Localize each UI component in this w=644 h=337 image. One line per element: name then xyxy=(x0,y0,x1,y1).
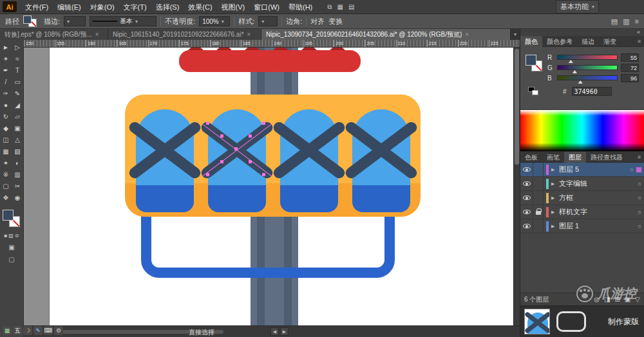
selection-tool[interactable]: ► xyxy=(0,41,12,53)
tab-stroke[interactable]: 描边 xyxy=(577,36,599,47)
seat-back[interactable] xyxy=(136,109,194,185)
lasso-tool[interactable]: ≈ xyxy=(12,53,23,64)
artboard-tool[interactable]: ▢ xyxy=(0,180,12,192)
arrange-documents-icon[interactable]: ▦ xyxy=(337,0,343,14)
visibility-toggle[interactable] xyxy=(520,205,533,219)
rectangle-tool[interactable]: ▭ xyxy=(12,76,23,87)
document-tab[interactable]: 转换].eps* @ 108% (RGB/预... × xyxy=(0,29,108,40)
menu-item[interactable]: 效果(C) xyxy=(184,0,216,14)
tab-pathfinder[interactable]: 路径查找器 xyxy=(586,152,627,163)
document-tab[interactable]: Nipic_10615140_20191021092322666676.ai* … xyxy=(108,29,261,40)
black-white-swatches[interactable] xyxy=(528,87,540,96)
locate-object-icon[interactable]: ◎ xyxy=(594,296,600,303)
magic-wand-tool[interactable]: ✶ xyxy=(0,53,12,64)
gradient-tool[interactable]: ▧ xyxy=(12,145,23,157)
selection-anchor[interactable] xyxy=(220,134,223,138)
layout-icon[interactable]: ▤ xyxy=(348,0,354,14)
menu-item[interactable]: 视图(V) xyxy=(217,0,250,14)
seat-frame[interactable] xyxy=(125,95,421,217)
slice-tool[interactable]: ✂ xyxy=(12,180,23,192)
type-tool[interactable]: T xyxy=(12,64,23,76)
canvas[interactable] xyxy=(24,48,520,325)
selection-anchor[interactable] xyxy=(249,160,252,163)
target-circle-icon[interactable]: ○ xyxy=(635,181,644,187)
document-tab-active[interactable]: Nipic_13090734_20190602164601432086.ai* … xyxy=(261,29,511,40)
lock-toggle[interactable] xyxy=(533,163,544,176)
pen-tool[interactable]: ✒ xyxy=(0,64,12,76)
ride-seat[interactable] xyxy=(280,109,338,212)
transform-button[interactable]: 变换 xyxy=(328,17,343,26)
lock-toggle[interactable] xyxy=(533,219,544,233)
seat-cushion[interactable] xyxy=(280,185,338,212)
screen-mode-icon[interactable]: ▢ xyxy=(0,256,23,263)
close-icon[interactable]: × xyxy=(465,31,469,38)
slider-thumb[interactable] xyxy=(573,70,577,73)
drawing-mode-icon[interactable]: ▣ xyxy=(0,244,23,251)
vertical-scrollbar[interactable] xyxy=(513,48,520,325)
tab-gradient[interactable]: 渐变 xyxy=(599,36,621,47)
layer-row[interactable]: ▶ 图层 5 ○ xyxy=(520,163,644,177)
menu-icon[interactable]: ≡ xyxy=(635,17,639,26)
width-tool[interactable]: ◆ xyxy=(0,122,12,134)
hex-value-field[interactable]: 374960 xyxy=(572,87,612,96)
new-sublayer-icon[interactable]: ⊞ xyxy=(614,296,620,303)
lock-toggle[interactable] xyxy=(533,205,544,219)
blend-tool[interactable]: ◐ xyxy=(12,157,23,168)
selection-anchor[interactable] xyxy=(262,122,265,125)
symbol-sprayer-tool[interactable]: ※ xyxy=(0,168,12,180)
hand-tool[interactable]: ✥ xyxy=(0,192,12,203)
disclosure-triangle-icon[interactable]: ▶ xyxy=(551,210,558,215)
seat-cushion[interactable] xyxy=(136,185,194,212)
close-icon[interactable]: × xyxy=(247,31,251,38)
menu-item[interactable]: 文字(T) xyxy=(119,0,151,14)
ime-pen-icon[interactable]: ✎ xyxy=(33,326,43,335)
target-circle-icon[interactable]: ○ xyxy=(635,195,644,201)
selection-anchor[interactable] xyxy=(206,122,209,125)
ime-grid-icon[interactable]: ▦ xyxy=(3,326,12,335)
tab-overflow-icon[interactable]: ▾ xyxy=(511,29,520,40)
menu-item[interactable]: 选择(S) xyxy=(151,0,184,14)
target-circle-icon[interactable]: ○ xyxy=(635,223,644,230)
scale-tool[interactable]: ▱ xyxy=(12,111,23,122)
stroke-style-select[interactable]: 基本 ▾ xyxy=(90,16,156,26)
layer-row[interactable]: ▶ 样机文字 ○ xyxy=(520,205,644,219)
delete-layer-icon[interactable]: ▽ xyxy=(635,296,640,303)
disclosure-triangle-icon[interactable]: ▶ xyxy=(551,181,558,187)
visibility-toggle[interactable] xyxy=(520,163,533,176)
toolbar-fill-stroke-widget[interactable] xyxy=(3,210,22,229)
layer-name[interactable]: 样机文字 xyxy=(558,207,635,217)
tab-swatches[interactable]: 色板 xyxy=(520,152,542,163)
layer-row[interactable]: ▶ 方框 ○ xyxy=(520,191,644,205)
target-circle-icon[interactable]: ○ xyxy=(627,167,636,173)
menu-item[interactable]: 帮助(H) xyxy=(284,0,317,14)
rotate-tool[interactable]: ↻ xyxy=(0,111,12,122)
none-mode-icon[interactable]: ⊘ xyxy=(15,233,19,239)
target-circle-icon[interactable]: ○ xyxy=(635,209,644,215)
style-select[interactable]: ▾ xyxy=(258,16,278,26)
seat-back[interactable] xyxy=(208,109,266,185)
paintbrush-tool[interactable]: ✑ xyxy=(0,87,12,99)
tab-brushes[interactable]: 画笔 xyxy=(542,152,564,163)
fill-swatch[interactable] xyxy=(23,15,32,24)
new-layer-icon[interactable]: ▣ xyxy=(625,296,630,303)
make-clipping-mask-icon[interactable]: ◨ xyxy=(604,296,610,303)
layer-row[interactable]: ▶ 文字编辑 ○ xyxy=(520,177,644,191)
color-mode-icon[interactable]: ■ xyxy=(4,233,7,239)
bridge-icon[interactable]: ⧉ xyxy=(327,0,332,14)
color-spectrum[interactable] xyxy=(520,109,644,152)
slider-thumb[interactable] xyxy=(578,80,583,84)
ride-seat[interactable] xyxy=(208,109,266,212)
selection-anchor[interactable] xyxy=(262,173,265,176)
selection-anchor[interactable] xyxy=(206,173,209,176)
align-panel-icon[interactable]: ▤ xyxy=(611,17,618,26)
visibility-toggle[interactable] xyxy=(520,219,533,233)
scroll-left-icon[interactable]: ◀ xyxy=(270,327,279,336)
direct-selection-tool[interactable]: ▷ xyxy=(12,41,23,53)
layer-name[interactable]: 图层 1 xyxy=(558,221,635,231)
visibility-toggle[interactable] xyxy=(520,177,533,190)
ride-seat[interactable] xyxy=(136,109,194,212)
line-segment-tool[interactable]: / xyxy=(0,76,12,87)
panel-menu-icon[interactable]: ≡ xyxy=(638,154,641,160)
menu-item[interactable]: 编辑(E) xyxy=(53,0,86,14)
seat-cushion[interactable] xyxy=(352,185,410,212)
